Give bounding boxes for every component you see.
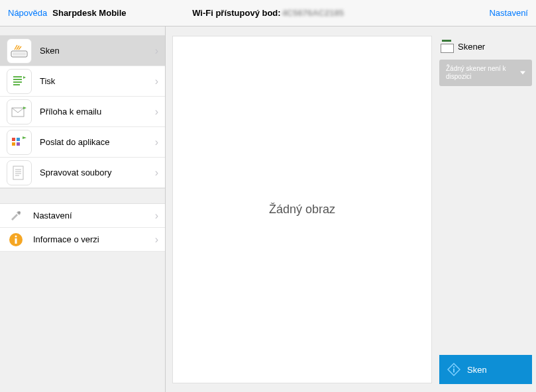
svg-point-16: [18, 211, 21, 214]
sidebar-item-label: Nastavení: [33, 211, 155, 220]
sidebar-spacer: [0, 26, 165, 36]
scanner-icon: [441, 40, 453, 53]
sidebar-item-print[interactable]: Tisk ›: [0, 66, 165, 97]
svg-rect-3: [13, 79, 22, 80]
chevron-right-icon: ›: [155, 167, 158, 179]
preview-empty-text: Žádný obraz: [269, 203, 335, 217]
scanner-panel: Skener Žádný skener není k dispozici: [439, 36, 532, 86]
svg-point-21: [453, 366, 455, 368]
topbar: Nápověda Sharpdesk Mobile Wi-Fi přístupo…: [0, 0, 536, 26]
sidebar-item-scan[interactable]: Sken ›: [0, 36, 165, 66]
sidebar-item-label: Informace o verzi: [33, 234, 155, 244]
content: Žádný obraz Skener Žádný skener není k d…: [166, 26, 536, 392]
svg-rect-7: [12, 138, 15, 141]
chevron-right-icon: ›: [155, 136, 158, 148]
app-title: Sharpdesk Mobile: [52, 8, 126, 18]
apps-icon: [7, 130, 32, 155]
svg-rect-4: [13, 81, 22, 83]
chevron-right-icon: ›: [155, 106, 158, 118]
sidebar-item-label: Poslat do aplikace: [40, 137, 155, 147]
files-icon: [7, 160, 32, 185]
svg-rect-8: [17, 138, 20, 141]
svg-rect-10: [17, 142, 20, 146]
sidebar-item-email[interactable]: Příloha k emailu ›: [0, 97, 165, 127]
scan-button[interactable]: Sken: [439, 355, 532, 384]
scan-button-label: Sken: [467, 365, 487, 375]
chevron-right-icon: ›: [155, 210, 158, 222]
print-icon: [7, 69, 32, 94]
settings-icon: [7, 207, 25, 225]
sidebar-rest: [0, 252, 165, 392]
scanner-header-label: Skener: [458, 42, 485, 52]
settings-link[interactable]: Nastavení: [489, 8, 528, 18]
chevron-right-icon: ›: [155, 234, 158, 246]
scanner-header: Skener: [439, 36, 532, 60]
sidebar-item-send-app[interactable]: Poslat do aplikace ›: [0, 127, 165, 158]
sidebar-item-files[interactable]: Spravovat soubory ›: [0, 158, 165, 188]
svg-rect-19: [15, 238, 17, 244]
svg-point-18: [15, 235, 17, 237]
sidebar-item-label: Sken: [40, 46, 155, 56]
svg-rect-5: [13, 84, 20, 85]
wifi-ssid: 4C5676AC2185: [282, 8, 344, 18]
svg-rect-9: [12, 142, 15, 146]
sidebar-item-info[interactable]: Informace o verzi ›: [0, 228, 165, 252]
preview-pane: Žádný obraz: [172, 36, 432, 383]
info-icon: [7, 230, 25, 249]
chevron-right-icon: ›: [155, 75, 158, 87]
sidebar-gap: [0, 188, 165, 204]
scan-icon: [7, 38, 32, 64]
email-icon: [7, 99, 32, 124]
sidebar-item-label: Spravovat soubory: [40, 168, 155, 177]
svg-rect-1: [13, 52, 26, 56]
svg-rect-2: [13, 76, 22, 77]
scanner-dropdown[interactable]: Žádný skener není k dispozici: [439, 60, 532, 86]
wifi-status: Wi-Fi přístupový bod: 4C5676AC2185: [192, 8, 344, 18]
topbar-left: Nápověda Sharpdesk Mobile: [8, 8, 127, 18]
help-link[interactable]: Nápověda: [8, 8, 47, 18]
svg-rect-11: [13, 166, 23, 179]
svg-rect-22: [453, 369, 455, 373]
sidebar-item-label: Příloha k emailu: [40, 107, 155, 117]
chevron-right-icon: ›: [155, 45, 158, 57]
sidebar: Sken › Tisk ›: [0, 26, 166, 392]
main: Sken › Tisk ›: [0, 26, 536, 392]
sidebar-item-label: Tisk: [40, 76, 155, 86]
sidebar-item-settings[interactable]: Nastavení ›: [0, 204, 165, 228]
scan-action-icon: [447, 363, 460, 376]
wifi-label: Wi-Fi přístupový bod:: [192, 8, 280, 18]
